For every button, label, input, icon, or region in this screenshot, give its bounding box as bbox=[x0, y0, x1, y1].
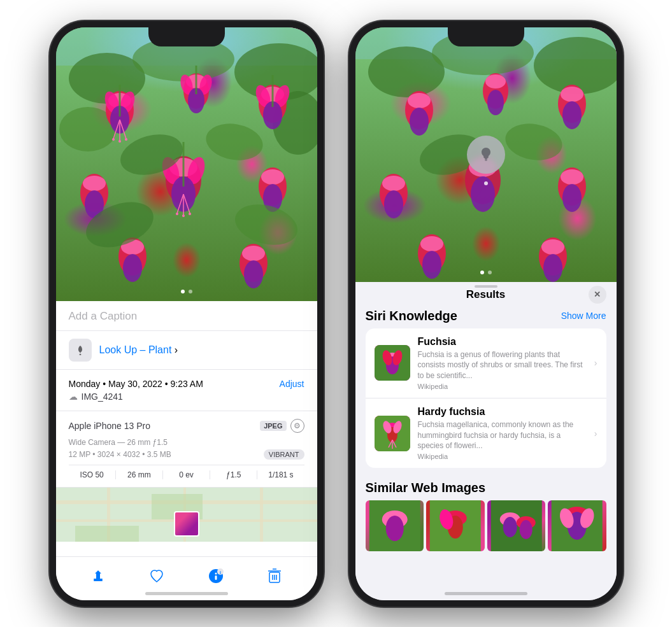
results-header: Results ✕ bbox=[355, 282, 617, 306]
knowledge-item-hardy-fuchsia[interactable]: Hardy fuchsia Fuchsia magellanica, commo… bbox=[366, 398, 606, 468]
fuchsia-desc: Fuchsia is a genus of flowering plants t… bbox=[418, 349, 587, 381]
fuchsia-name: Fuchsia bbox=[418, 336, 587, 348]
meta-filename: ☁ IMG_4241 bbox=[69, 391, 304, 402]
svg-point-92 bbox=[562, 101, 582, 129]
svg-text:i: i bbox=[220, 570, 221, 574]
fuchsia-text: Fuchsia Fuchsia is a genus of flowering … bbox=[418, 336, 587, 390]
svg-point-133 bbox=[503, 517, 517, 537]
photo-dot-2 bbox=[189, 290, 192, 293]
similar-img-3[interactable] bbox=[487, 500, 546, 551]
fuchsia-thumbnail bbox=[375, 345, 410, 381]
similar-img-4[interactable] bbox=[548, 500, 606, 551]
similar-img-1[interactable] bbox=[366, 500, 424, 551]
photo-dot-1 bbox=[181, 290, 185, 293]
adjust-btn[interactable]: Adjust bbox=[280, 379, 304, 389]
similar-title: Similar Web Images bbox=[366, 481, 486, 495]
cloud-icon: ☁ bbox=[69, 391, 78, 402]
svg-point-51 bbox=[125, 138, 127, 141]
svg-point-49 bbox=[112, 138, 115, 141]
svg-point-106 bbox=[422, 251, 441, 279]
hardy-fuchsia-name: Hardy fuchsia bbox=[418, 406, 587, 418]
svg-rect-67 bbox=[94, 579, 103, 580]
gear-icon: ⚙ bbox=[290, 419, 304, 433]
siri-knowledge-section: Siri Knowledge Show More bbox=[355, 306, 617, 474]
share-button[interactable] bbox=[87, 565, 110, 588]
right-phone-screen: Results ✕ Siri Knowledge Show More bbox=[355, 27, 617, 600]
knowledge-item-fuchsia[interactable]: Fuchsia Fuchsia is a genus of flowering … bbox=[366, 328, 606, 398]
similar-images-row bbox=[366, 500, 606, 551]
left-phone: Add a Caption Look Up – Plant › bbox=[50, 21, 324, 607]
delete-button[interactable] bbox=[263, 565, 286, 588]
svg-rect-65 bbox=[75, 526, 139, 542]
map-section bbox=[56, 488, 317, 542]
lookup-row[interactable]: Look Up – Plant › bbox=[56, 331, 317, 370]
siri-dot bbox=[484, 181, 488, 185]
svg-rect-71 bbox=[215, 575, 217, 580]
svg-point-89 bbox=[487, 90, 504, 115]
results-close-button[interactable]: ✕ bbox=[589, 286, 606, 304]
flower-photo bbox=[56, 27, 317, 301]
similar-img-2[interactable] bbox=[426, 500, 485, 551]
right-flower-photo bbox=[355, 27, 617, 282]
results-panel: Results ✕ Siri Knowledge Show More bbox=[355, 282, 617, 600]
device-name: Apple iPhone 13 Pro bbox=[69, 421, 150, 431]
right-photo-dot-2 bbox=[488, 271, 492, 274]
meta-date: Monday • May 30, 2022 • 9:23 AM bbox=[69, 379, 203, 389]
svg-point-96 bbox=[382, 176, 405, 191]
svg-point-86 bbox=[410, 108, 429, 136]
siri-knowledge-title: Siri Knowledge bbox=[366, 309, 457, 323]
svg-rect-64 bbox=[260, 488, 263, 542]
right-notch bbox=[448, 27, 524, 46]
metadata-section: Monday • May 30, 2022 • 9:23 AM Adjust ☁… bbox=[56, 370, 317, 411]
svg-point-58 bbox=[79, 354, 81, 355]
svg-point-97 bbox=[384, 190, 403, 218]
fuchsia-chevron: › bbox=[594, 358, 597, 368]
svg-point-110 bbox=[485, 159, 487, 161]
svg-point-70 bbox=[215, 572, 217, 574]
vibrant-badge: VIBRANT bbox=[264, 449, 304, 460]
hardy-fuchsia-chevron: › bbox=[594, 428, 597, 439]
svg-point-30 bbox=[261, 169, 284, 185]
svg-point-103 bbox=[562, 184, 582, 212]
exif-focal: 26 mm bbox=[116, 470, 163, 479]
svg-rect-68 bbox=[94, 580, 103, 581]
hardy-fuchsia-text: Hardy fuchsia Fuchsia magellanica, commo… bbox=[418, 406, 587, 460]
exif-iso: ISO 50 bbox=[69, 470, 116, 479]
notch bbox=[148, 27, 225, 46]
show-more-button[interactable]: Show More bbox=[561, 311, 606, 321]
right-photo-dot-1 bbox=[480, 271, 484, 274]
knowledge-card: Fuchsia Fuchsia is a genus of flowering … bbox=[366, 328, 606, 468]
caption-placeholder: Add a Caption bbox=[69, 310, 138, 322]
exif-shutter: 1/181 s bbox=[257, 470, 304, 479]
exif-ev: 0 ev bbox=[163, 470, 210, 479]
svg-point-43 bbox=[203, 119, 265, 164]
right-phone: Results ✕ Siri Knowledge Show More bbox=[349, 21, 623, 607]
hardy-fuchsia-desc: Fuchsia magellanica, commonly known as t… bbox=[418, 419, 587, 451]
hardy-fuchsia-source: Wikipedia bbox=[418, 453, 587, 460]
similar-section: Similar Web Images bbox=[355, 473, 617, 556]
exif-row: ISO 50 26 mm 0 ev ƒ1.5 1/181 s bbox=[69, 465, 304, 479]
photo-indicator bbox=[181, 290, 192, 293]
svg-point-94 bbox=[502, 119, 564, 164]
svg-point-135 bbox=[519, 520, 532, 539]
camera-spec: Wide Camera — 26 mm ƒ1.5 bbox=[69, 438, 304, 447]
exif-aperture: ƒ1.5 bbox=[210, 470, 257, 479]
results-title: Results bbox=[466, 288, 505, 301]
svg-point-102 bbox=[561, 169, 583, 185]
svg-point-57 bbox=[189, 213, 191, 215]
hardy-fuchsia-thumbnail bbox=[375, 416, 410, 451]
svg-point-50 bbox=[118, 140, 121, 143]
lookup-icon bbox=[69, 339, 92, 362]
like-button[interactable] bbox=[145, 565, 168, 588]
left-phone-screen: Add a Caption Look Up – Plant › bbox=[56, 27, 317, 600]
info-button[interactable]: i bbox=[204, 565, 227, 588]
map-thumbnail bbox=[174, 511, 199, 537]
svg-point-100 bbox=[471, 176, 495, 212]
caption-area[interactable]: Add a Caption bbox=[56, 301, 317, 331]
siri-button[interactable] bbox=[467, 136, 505, 174]
svg-point-22 bbox=[83, 176, 106, 191]
jpeg-badge: JPEG bbox=[260, 421, 286, 431]
svg-point-105 bbox=[420, 236, 443, 251]
svg-point-109 bbox=[543, 254, 562, 282]
lookup-label: Look Up – Plant › bbox=[99, 344, 178, 356]
